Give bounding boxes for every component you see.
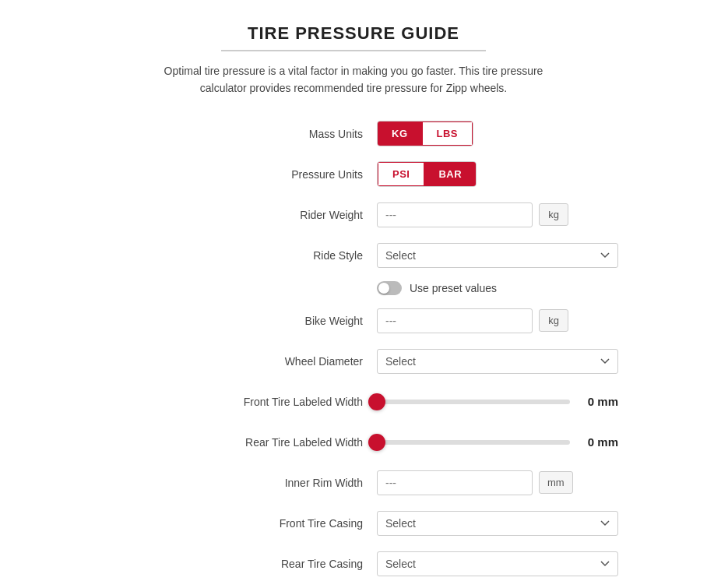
title-underline — [221, 50, 486, 51]
rear-tire-casing-select-wrapper: Select Clincher Tubeless Tubular — [377, 551, 618, 576]
mass-lbs-button[interactable]: LBS — [422, 121, 473, 146]
pressure-psi-button[interactable]: PSI — [378, 162, 424, 186]
page-title: TIRE PRESSURE GUIDE — [89, 23, 618, 44]
front-tire-width-label: Front Tire Labeled Width — [221, 396, 377, 408]
bike-weight-unit: kg — [539, 309, 568, 332]
preset-label: Use preset values — [410, 282, 497, 294]
wheel-diameter-label: Wheel Diameter — [221, 355, 377, 368]
preset-row: Use preset values — [89, 281, 618, 295]
ride-style-control: Select Racing Training Endurance — [377, 243, 618, 268]
pressure-units-toggle-group: PSI BAR — [377, 161, 477, 187]
wheel-diameter-select[interactable]: Select 700c 650b 26" — [377, 349, 618, 374]
rider-weight-row: Rider Weight kg — [89, 200, 618, 230]
form-section: Mass Units KG LBS Pressure Units PSI BAR… — [89, 119, 618, 588]
rear-tire-casing-select[interactable]: Select Clincher Tubeless Tubular — [377, 551, 618, 576]
inner-rim-width-control: mm — [377, 470, 618, 495]
rear-tire-width-value: 0 mm — [581, 435, 618, 449]
front-tire-width-thumb[interactable] — [368, 393, 385, 410]
rear-tire-casing-row: Rear Tire Casing Select Clincher Tubeles… — [89, 549, 618, 579]
front-tire-casing-control: Select Clincher Tubeless Tubular — [377, 511, 618, 536]
pressure-units-label: Pressure Units — [221, 168, 377, 181]
pressure-bar-button[interactable]: BAR — [424, 162, 476, 186]
rider-weight-label: Rider Weight — [221, 209, 377, 221]
subtitle: Optimal tire pressure is a vital factor … — [151, 62, 556, 97]
wheel-diameter-row: Wheel Diameter Select 700c 650b 26" — [89, 347, 618, 376]
front-tire-width-value: 0 mm — [581, 395, 618, 408]
front-tire-casing-row: Front Tire Casing Select Clincher Tubele… — [89, 509, 618, 538]
rear-tire-width-track[interactable] — [377, 440, 570, 445]
pressure-units-control: PSI BAR — [377, 161, 618, 187]
mass-units-row: Mass Units KG LBS — [89, 119, 618, 149]
rear-tire-width-label: Rear Tire Labeled Width — [221, 436, 377, 449]
inner-rim-width-input[interactable] — [377, 470, 533, 495]
preset-toggle-knob — [378, 283, 389, 294]
preset-area: Use preset values — [377, 281, 618, 295]
mass-units-label: Mass Units — [221, 128, 377, 140]
ride-style-select-wrapper: Select Racing Training Endurance — [377, 243, 618, 268]
inner-rim-width-label: Inner Rim Width — [221, 477, 377, 489]
front-tire-casing-label: Front Tire Casing — [221, 517, 377, 530]
preset-toggle[interactable] — [377, 281, 402, 295]
front-tire-width-control: 0 mm — [377, 395, 618, 408]
pressure-units-row: Pressure Units PSI BAR — [89, 160, 618, 189]
inner-rim-width-row: Inner Rim Width mm — [89, 468, 618, 498]
bike-weight-row: Bike Weight kg — [89, 306, 618, 336]
page-wrapper: TIRE PRESSURE GUIDE Optimal tire pressur… — [73, 0, 634, 588]
front-tire-casing-select[interactable]: Select Clincher Tubeless Tubular — [377, 511, 618, 536]
ride-style-select[interactable]: Select Racing Training Endurance — [377, 243, 618, 268]
bike-weight-label: Bike Weight — [221, 315, 377, 327]
mass-kg-button[interactable]: KG — [378, 121, 422, 146]
bike-weight-input[interactable] — [377, 308, 533, 333]
rider-weight-unit: kg — [539, 203, 568, 226]
rear-tire-casing-control: Select Clincher Tubeless Tubular — [377, 551, 618, 576]
wheel-diameter-select-wrapper: Select 700c 650b 26" — [377, 349, 618, 374]
rear-tire-width-thumb[interactable] — [368, 434, 385, 451]
rear-tire-casing-label: Rear Tire Casing — [221, 558, 377, 570]
wheel-diameter-control: Select 700c 650b 26" — [377, 349, 618, 374]
inner-rim-width-unit: mm — [539, 471, 573, 494]
rider-weight-input[interactable] — [377, 202, 533, 227]
bike-weight-control: kg — [377, 308, 618, 333]
mass-units-toggle-group: KG LBS — [377, 121, 473, 146]
front-tire-casing-select-wrapper: Select Clincher Tubeless Tubular — [377, 511, 618, 536]
title-section: TIRE PRESSURE GUIDE Optimal tire pressur… — [89, 23, 618, 97]
front-tire-width-track[interactable] — [377, 400, 570, 404]
rider-weight-control: kg — [377, 202, 618, 227]
front-tire-width-row: Front Tire Labeled Width 0 mm — [89, 387, 618, 417]
rear-tire-width-control: 0 mm — [377, 435, 618, 449]
mass-units-control: KG LBS — [377, 121, 618, 146]
ride-style-label: Ride Style — [221, 249, 377, 262]
ride-style-row: Ride Style Select Racing Training Endura… — [89, 241, 618, 270]
rear-tire-width-row: Rear Tire Labeled Width 0 mm — [89, 428, 618, 457]
